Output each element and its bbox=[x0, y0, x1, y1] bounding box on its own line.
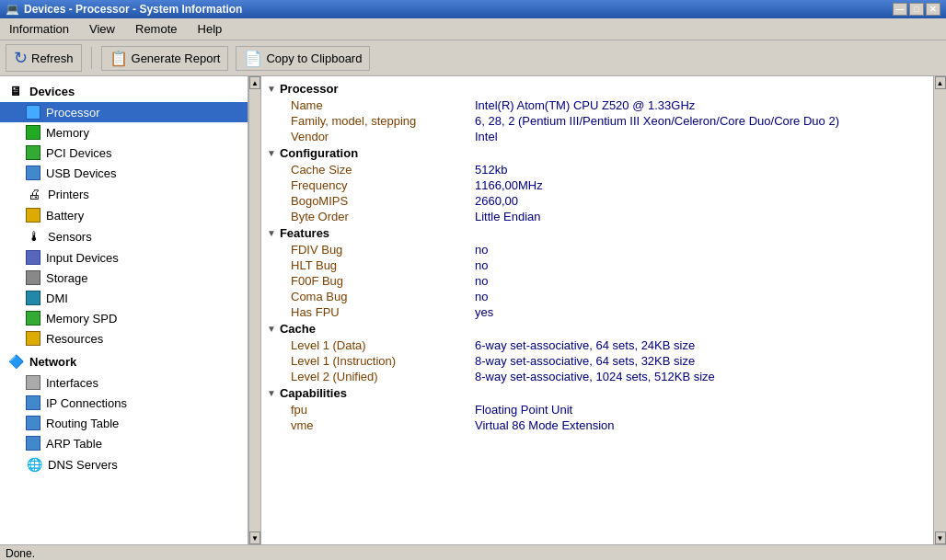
dmi-label: DMI bbox=[46, 291, 68, 305]
prop-label: Level 1 (Instruction) bbox=[291, 354, 475, 368]
prop-label: FDIV Bug bbox=[291, 243, 475, 257]
prop-row: HLT Bugno bbox=[261, 257, 933, 273]
printer-icon: 🖨 bbox=[26, 186, 42, 202]
sidebar-scrollbar[interactable]: ▲ ▼ bbox=[248, 76, 261, 544]
sidebar: 🖥 Devices Processor Memory PCI Devices U… bbox=[0, 76, 248, 544]
prop-label: F00F Bug bbox=[291, 274, 475, 288]
memory-label: Memory bbox=[46, 126, 89, 140]
sidebar-item-interfaces[interactable]: Interfaces bbox=[0, 372, 248, 393]
sidebar-item-memory[interactable]: Memory bbox=[0, 122, 248, 143]
section-header-processor[interactable]: ▼Processor bbox=[261, 80, 933, 97]
prop-value: no bbox=[475, 243, 488, 257]
maximize-button[interactable]: □ bbox=[909, 3, 924, 16]
menu-information[interactable]: Information bbox=[4, 20, 75, 38]
prop-value: Floating Point Unit bbox=[475, 403, 572, 417]
collapse-triangle: ▼ bbox=[267, 324, 276, 334]
prop-row: Level 1 (Instruction)8-way set-associati… bbox=[261, 353, 933, 369]
menu-view[interactable]: View bbox=[84, 20, 121, 38]
sidebar-item-usb-devices[interactable]: USB Devices bbox=[0, 163, 248, 183]
prop-row: Coma Bugno bbox=[261, 289, 933, 304]
ip-connections-label: IP Connections bbox=[46, 396, 127, 410]
prop-value: 6-way set-associative, 64 sets, 24KB siz… bbox=[475, 338, 695, 352]
memory-spd-label: Memory SPD bbox=[46, 312, 117, 326]
sidebar-item-arp-table[interactable]: ARP Table bbox=[0, 433, 248, 453]
sidebar-item-processor[interactable]: Processor bbox=[0, 102, 248, 122]
window-title: Devices - Processor - System Information bbox=[24, 3, 242, 16]
content-scrollbar[interactable]: ▲ ▼ bbox=[933, 76, 946, 544]
menu-remote[interactable]: Remote bbox=[130, 20, 183, 38]
prop-value: 8-way set-associative, 64 sets, 32KB siz… bbox=[475, 354, 695, 368]
section-label: Features bbox=[280, 226, 329, 240]
sidebar-item-storage[interactable]: Storage bbox=[0, 268, 248, 288]
minimize-button[interactable]: — bbox=[893, 3, 907, 16]
prop-label: Byte Order bbox=[291, 210, 475, 223]
pci-label: PCI Devices bbox=[46, 146, 112, 160]
section-header-features[interactable]: ▼Features bbox=[261, 224, 933, 242]
sidebar-item-pci-devices[interactable]: PCI Devices bbox=[0, 143, 248, 163]
prop-label: vme bbox=[291, 418, 475, 432]
prop-label: Frequency bbox=[291, 178, 475, 192]
generate-report-button[interactable]: 📋 Generate Report bbox=[101, 46, 229, 71]
sidebar-item-memory-spd[interactable]: Memory SPD bbox=[0, 308, 248, 328]
prop-label: fpu bbox=[291, 403, 475, 417]
window-icon: 💻 bbox=[6, 3, 19, 16]
prop-label: Cache Size bbox=[291, 163, 475, 177]
section-header-configuration[interactable]: ▼Configuration bbox=[261, 144, 933, 162]
section-header-cache[interactable]: ▼Cache bbox=[261, 320, 933, 337]
section-header-capabilities[interactable]: ▼Capabilities bbox=[261, 384, 933, 402]
prop-value: 6, 28, 2 (Pentium III/Pentium III Xeon/C… bbox=[475, 114, 839, 128]
processor-icon bbox=[26, 105, 40, 120]
close-button[interactable]: ✕ bbox=[926, 3, 940, 16]
toolbar-divider-1 bbox=[91, 47, 92, 69]
prop-row: fpuFloating Point Unit bbox=[261, 402, 933, 417]
prop-label: Coma Bug bbox=[291, 290, 475, 303]
prop-label: HLT Bug bbox=[291, 258, 475, 272]
section-label: Capabilities bbox=[280, 386, 347, 400]
prop-value: 1166,00MHz bbox=[475, 178, 543, 192]
resources-label: Resources bbox=[46, 332, 103, 346]
prop-row: BogoMIPS2660,00 bbox=[261, 193, 933, 209]
refresh-icon: ↻ bbox=[14, 48, 28, 68]
arp-table-label: ARP Table bbox=[46, 437, 102, 451]
sidebar-item-input-devices[interactable]: Input Devices bbox=[0, 247, 248, 268]
refresh-button[interactable]: ↻ Refresh bbox=[6, 44, 82, 72]
content-area: ▼ProcessorNameIntel(R) Atom(TM) CPU Z520… bbox=[261, 76, 933, 544]
menu-help[interactable]: Help bbox=[192, 20, 228, 38]
collapse-triangle: ▼ bbox=[267, 388, 276, 398]
prop-row: Cache Size512kb bbox=[261, 162, 933, 177]
content-scroll-up[interactable]: ▲ bbox=[935, 76, 946, 89]
sensors-label: Sensors bbox=[48, 230, 92, 244]
copy-to-clipboard-button[interactable]: 📄 Copy to Clipboard bbox=[236, 46, 370, 71]
prop-value: Little Endian bbox=[475, 210, 541, 223]
sidebar-item-battery[interactable]: Battery bbox=[0, 205, 248, 225]
prop-row: F00F Bugno bbox=[261, 273, 933, 289]
battery-label: Battery bbox=[46, 209, 84, 223]
prop-label: Vendor bbox=[291, 130, 475, 143]
sidebar-item-ip-connections[interactable]: IP Connections bbox=[0, 393, 248, 413]
sidebar-item-sensors[interactable]: 🌡 Sensors bbox=[0, 225, 248, 247]
prop-value: no bbox=[475, 274, 488, 288]
sidebar-item-printers[interactable]: 🖨 Printers bbox=[0, 183, 248, 205]
sidebar-item-resources[interactable]: Resources bbox=[0, 328, 248, 349]
prop-row: Byte OrderLittle Endian bbox=[261, 209, 933, 224]
arp-icon bbox=[26, 436, 40, 451]
prop-row: Has FPUyes bbox=[261, 304, 933, 320]
refresh-label: Refresh bbox=[31, 51, 74, 65]
sidebar-item-routing-table[interactable]: Routing Table bbox=[0, 413, 248, 433]
input-devices-icon bbox=[26, 250, 40, 265]
sidebar-scroll-down[interactable]: ▼ bbox=[249, 531, 260, 544]
prop-label: Level 2 (Unified) bbox=[291, 370, 475, 383]
memory-icon bbox=[26, 125, 40, 140]
interfaces-label: Interfaces bbox=[46, 376, 98, 390]
sidebar-group-devices[interactable]: 🖥 Devices bbox=[0, 80, 248, 102]
prop-value: Intel(R) Atom(TM) CPU Z520 @ 1.33GHz bbox=[475, 98, 695, 112]
sidebar-item-dns-servers[interactable]: 🌐 DNS Servers bbox=[0, 453, 248, 475]
printers-label: Printers bbox=[48, 188, 89, 201]
collapse-triangle: ▼ bbox=[267, 84, 276, 94]
sidebar-group-network[interactable]: 🔷 Network bbox=[0, 350, 248, 372]
sidebar-item-dmi[interactable]: DMI bbox=[0, 288, 248, 308]
content-scroll-down[interactable]: ▼ bbox=[935, 531, 946, 544]
collapse-triangle: ▼ bbox=[267, 228, 276, 238]
devices-icon: 🖥 bbox=[7, 83, 24, 99]
sidebar-scroll-up[interactable]: ▲ bbox=[249, 76, 260, 89]
